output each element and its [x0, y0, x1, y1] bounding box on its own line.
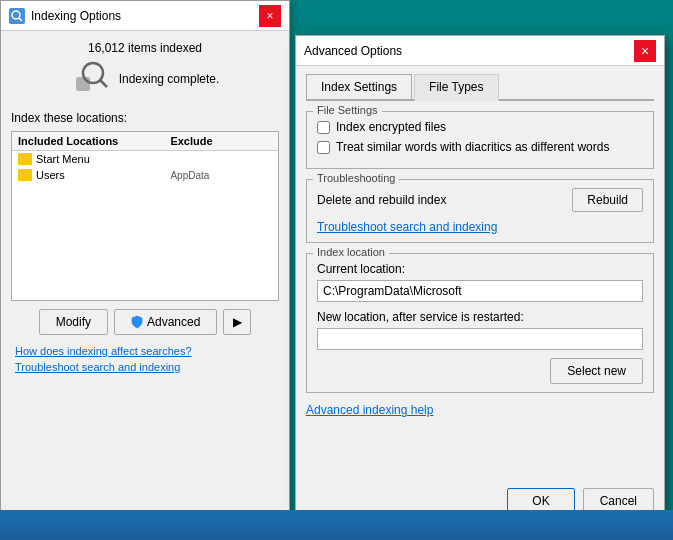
location-exclude-2: AppData	[170, 170, 272, 181]
folder-icon	[18, 169, 32, 181]
indexing-window-title: Indexing Options	[31, 9, 259, 23]
modify-button[interactable]: Modify	[39, 309, 108, 335]
col-included-header: Included Locations	[18, 135, 170, 147]
indexing-close-button[interactable]: ×	[259, 5, 281, 27]
tab-index-settings[interactable]: Index Settings	[306, 74, 412, 101]
bottom-buttons: Modify Advanced ▶	[11, 309, 279, 335]
checkbox-row-diacritics: Treat similar words with diacritics as d…	[317, 140, 643, 154]
troubleshoot-search-link[interactable]: Troubleshoot search and indexing	[317, 220, 643, 234]
current-location-label: Current location:	[317, 262, 643, 276]
index-encrypted-checkbox[interactable]	[317, 121, 330, 134]
checkbox-row-encrypted: Index encrypted files	[317, 120, 643, 134]
index-location-legend: Index location	[313, 246, 389, 258]
advanced-help-link[interactable]: Advanced indexing help	[306, 403, 654, 417]
shield-icon	[131, 315, 143, 329]
select-new-row: Select new	[317, 358, 643, 384]
tab-file-types[interactable]: File Types	[414, 74, 498, 101]
links-area: How does indexing affect searches? Troub…	[11, 345, 279, 373]
locations-label: Index these locations:	[11, 111, 279, 125]
extra-button[interactable]: ▶	[223, 309, 251, 335]
tab-bar: Index Settings File Types	[306, 74, 654, 101]
table-header: Included Locations Exclude	[12, 132, 278, 151]
diacritics-label: Treat similar words with diacritics as d…	[336, 140, 609, 154]
svg-line-4	[100, 80, 107, 87]
magnifier-icon	[71, 59, 111, 99]
select-new-button[interactable]: Select new	[550, 358, 643, 384]
diacritics-checkbox[interactable]	[317, 141, 330, 154]
file-settings-legend: File Settings	[313, 104, 382, 116]
rebuild-row: Delete and rebuild index Rebuild	[317, 188, 643, 212]
new-location-input[interactable]	[317, 328, 643, 350]
status-area: Indexing complete.	[11, 59, 279, 99]
current-location-input[interactable]	[317, 280, 643, 302]
indexing-titlebar: Indexing Options ×	[1, 1, 289, 31]
table-row[interactable]: Users AppData	[12, 167, 278, 183]
window-icon	[9, 8, 25, 24]
table-row[interactable]: Start Menu	[12, 151, 278, 167]
file-settings-section: File Settings Index encrypted files Trea…	[306, 111, 654, 169]
troubleshooting-section: Troubleshooting Delete and rebuild index…	[306, 179, 654, 243]
svg-line-1	[19, 18, 22, 21]
rebuild-button[interactable]: Rebuild	[572, 188, 643, 212]
location-name-2: Users	[36, 169, 65, 181]
svg-rect-2	[76, 77, 90, 91]
taskbar	[0, 510, 673, 540]
how-indexing-link[interactable]: How does indexing affect searches?	[15, 345, 275, 357]
location-name-1: Start Menu	[36, 153, 90, 165]
advanced-button[interactable]: Advanced	[114, 309, 217, 335]
advanced-dialog-title: Advanced Options	[304, 44, 634, 58]
index-location-section: Index location Current location: New loc…	[306, 253, 654, 393]
advanced-close-button[interactable]: ×	[634, 40, 656, 62]
svg-point-0	[12, 11, 20, 19]
rebuild-label: Delete and rebuild index	[317, 193, 446, 207]
advanced-dialog-titlebar: Advanced Options ×	[296, 36, 664, 66]
new-location-label: New location, after service is restarted…	[317, 310, 643, 324]
locations-table: Included Locations Exclude Start Menu Us…	[11, 131, 279, 301]
indexing-complete-text: Indexing complete.	[119, 72, 220, 86]
index-encrypted-label: Index encrypted files	[336, 120, 446, 134]
troubleshoot-link[interactable]: Troubleshoot search and indexing	[15, 361, 275, 373]
col-exclude-header: Exclude	[170, 135, 272, 147]
troubleshooting-legend: Troubleshooting	[313, 172, 399, 184]
indexing-options-window: Indexing Options × 16,012 items indexed …	[0, 0, 290, 530]
items-count-text: 16,012 items indexed	[11, 41, 279, 55]
folder-icon	[18, 153, 32, 165]
dialog-body: Index Settings File Types File Settings …	[296, 66, 664, 425]
advanced-options-dialog: Advanced Options × Index Settings File T…	[295, 35, 665, 525]
